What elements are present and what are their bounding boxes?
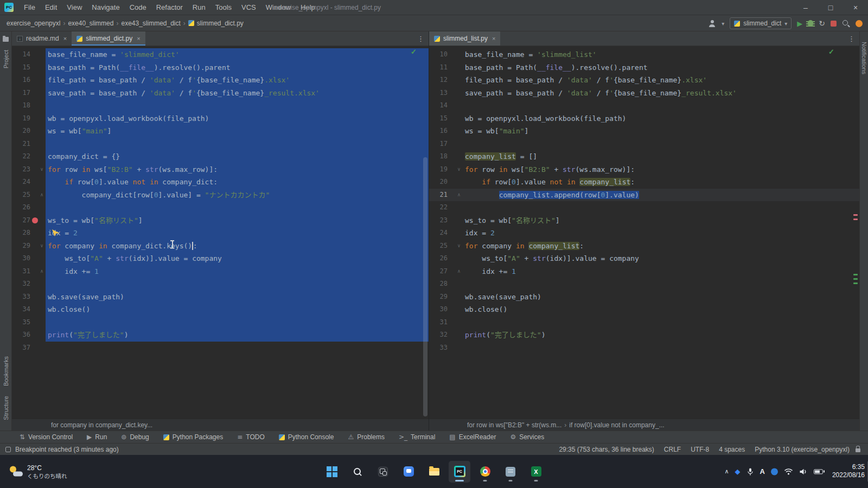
gutter-fold-icon[interactable]: [38, 176, 46, 189]
code-text[interactable]: wb = openpyxl.load_workbook(file_path): [463, 112, 859, 125]
code-text[interactable]: base_file_name = 'slimmed_dict': [46, 48, 429, 61]
code-line[interactable]: 21∧ company_list.append(row[0].value): [429, 189, 859, 202]
gutter-breakpoint-zone[interactable]: [30, 87, 38, 100]
code-line[interactable]: 31: [429, 316, 859, 329]
code-line[interactable]: 34wb.close(): [12, 303, 429, 316]
code-line[interactable]: 26 ws_to["A" + str(idx)].value = company: [429, 252, 859, 265]
toolwindow-stripe-bookmarks[interactable]: Bookmarks: [3, 356, 9, 386]
gutter-breakpoint-zone[interactable]: [448, 201, 455, 214]
gutter-breakpoint-zone[interactable]: [30, 214, 38, 227]
code-text[interactable]: ws_to = wb["名称リスト"]: [463, 214, 859, 227]
wifi-icon[interactable]: [784, 468, 793, 475]
code-text[interactable]: wb.close(): [46, 303, 429, 316]
code-line[interactable]: 20 if row[0].value not in company_list:: [429, 176, 859, 189]
code-line[interactable]: 25∧ company_dict[row[0].value] = "ナントカカン…: [12, 189, 429, 202]
editor-tab[interactable]: ↓readme.md×: [12, 31, 72, 46]
maximize-button[interactable]: □: [818, 0, 843, 15]
gutter-breakpoint-zone[interactable]: [30, 252, 38, 265]
status-item[interactable]: 29:35 (753 chars, 36 line breaks): [559, 446, 654, 453]
code-text[interactable]: wb.close(): [463, 303, 859, 316]
menu-vcs[interactable]: VCS: [237, 0, 261, 15]
code-line[interactable]: 15base_path = Path(__file__).resolve().p…: [12, 61, 429, 74]
code-line[interactable]: 27∧ idx += 1: [429, 265, 859, 278]
code-line[interactable]: 11base_path = Path(__file__).resolve().p…: [429, 61, 859, 74]
code-line[interactable]: 26: [12, 201, 429, 214]
gutter-fold-icon[interactable]: [455, 48, 463, 61]
close-button[interactable]: ×: [843, 0, 868, 15]
code-line[interactable]: 22: [429, 201, 859, 214]
code-text[interactable]: [46, 138, 429, 151]
toolwindow-terminal[interactable]: >_Terminal: [399, 433, 435, 441]
code-line[interactable]: 27ws_to = wb["名称リスト"]: [12, 214, 429, 227]
minimize-button[interactable]: –: [793, 0, 818, 15]
status-item[interactable]: UTF-8: [691, 446, 709, 453]
profiler-icon[interactable]: [856, 20, 863, 27]
inspections-ok-icon[interactable]: ✓: [411, 48, 417, 56]
code-line[interactable]: 29wb.save(save_path): [429, 291, 859, 304]
gutter-fold-icon[interactable]: ∧: [455, 189, 463, 202]
code-text[interactable]: wb.save(save_path): [46, 291, 429, 304]
gutter-breakpoint-zone[interactable]: [448, 176, 455, 189]
close-icon[interactable]: ×: [492, 35, 495, 42]
gutter-breakpoint-zone[interactable]: [448, 303, 455, 316]
gutter-breakpoint-zone[interactable]: [30, 265, 38, 278]
code-text[interactable]: base_path = Path(__file__).resolve().par…: [463, 61, 859, 74]
code-line[interactable]: 24 if row[0].value not in company_dict:: [12, 176, 429, 189]
gutter-fold-icon[interactable]: ∧: [38, 265, 46, 278]
code-line[interactable]: 12file_path = base_path / 'data' / f'{ba…: [429, 74, 859, 87]
code-line[interactable]: 24idx = 2: [429, 227, 859, 240]
gutter-fold-icon[interactable]: [38, 150, 46, 163]
gutter-fold-icon[interactable]: [38, 48, 46, 61]
close-icon[interactable]: ×: [63, 35, 67, 42]
menu-code[interactable]: Code: [125, 0, 151, 15]
lock-icon[interactable]: [856, 448, 860, 452]
code-text[interactable]: file_path = base_path / 'data' / f'{base…: [463, 74, 859, 87]
gutter-fold-icon[interactable]: [38, 278, 46, 291]
breakpoint-icon[interactable]: [32, 217, 38, 223]
gutter-breakpoint-zone[interactable]: [448, 48, 455, 61]
gutter-breakpoint-zone[interactable]: [448, 87, 455, 100]
gutter-fold-icon[interactable]: [38, 252, 46, 265]
code-text[interactable]: ws_to["A" + str(idx)].value = company: [46, 252, 429, 265]
taskbar-excel-icon[interactable]: X: [525, 461, 547, 483]
code-line[interactable]: 19∨for row in ws["B2:B" + str(ws.max_row…: [429, 163, 859, 176]
toolwindow-excelreader[interactable]: ▤ExcelReader: [449, 433, 496, 441]
menu-view[interactable]: View: [62, 0, 87, 15]
menu-refactor[interactable]: Refactor: [151, 0, 188, 15]
code-text[interactable]: ws = wb["main"]: [46, 125, 429, 138]
code-line[interactable]: 29∨for company in company_dict.keys():: [12, 240, 429, 253]
code-text[interactable]: save_path = base_path / 'data' / f'{base…: [46, 87, 429, 100]
gutter-fold-icon[interactable]: [38, 227, 46, 240]
code-text[interactable]: ws_to["A" + str(idx)].value = company: [463, 252, 859, 265]
gutter-fold-icon[interactable]: [455, 342, 463, 355]
breadcrumb-item[interactable]: if row[0].value not in company_...: [567, 421, 666, 429]
gutter-fold-icon[interactable]: [455, 214, 463, 227]
taskbar-clock[interactable]: 6:35 2022/08/16: [832, 463, 865, 480]
code-text[interactable]: idx = 2: [46, 227, 429, 240]
tray-app-icon[interactable]: [771, 468, 778, 475]
code-line[interactable]: 36print("完了しました"): [12, 329, 429, 342]
stop-button[interactable]: [831, 21, 837, 27]
microphone-icon[interactable]: [746, 467, 754, 476]
code-text[interactable]: base_file_name = 'slimmed_list': [463, 48, 859, 61]
code-line[interactable]: 14: [429, 99, 859, 112]
gutter-fold-icon[interactable]: [38, 214, 46, 227]
code-text[interactable]: [46, 316, 429, 329]
code-text[interactable]: ws_to = wb["名称リスト"]: [46, 214, 429, 227]
gutter-fold-icon[interactable]: [38, 201, 46, 214]
gutter-fold-icon[interactable]: [455, 316, 463, 329]
gutter-fold-icon[interactable]: ∨: [38, 163, 46, 176]
code-text[interactable]: [463, 342, 859, 355]
gutter-fold-icon[interactable]: ∨: [455, 163, 463, 176]
tray-expand-icon[interactable]: ∧: [724, 468, 729, 475]
code-text[interactable]: company_list = []: [463, 150, 859, 163]
gutter-breakpoint-zone[interactable]: [30, 163, 38, 176]
gutter-fold-icon[interactable]: [38, 329, 46, 342]
gutter-fold-icon[interactable]: [38, 291, 46, 304]
gutter-breakpoint-zone[interactable]: [30, 291, 38, 304]
code-text[interactable]: [463, 138, 859, 151]
gutter-fold-icon[interactable]: [38, 303, 46, 316]
code-text[interactable]: save_path = base_path / 'data' / f'{base…: [463, 87, 859, 100]
toolwindow-python-console[interactable]: Python Console: [279, 433, 334, 441]
breadcrumb-item[interactable]: for row in ws["B2:B" + str(ws.m...: [465, 421, 564, 429]
